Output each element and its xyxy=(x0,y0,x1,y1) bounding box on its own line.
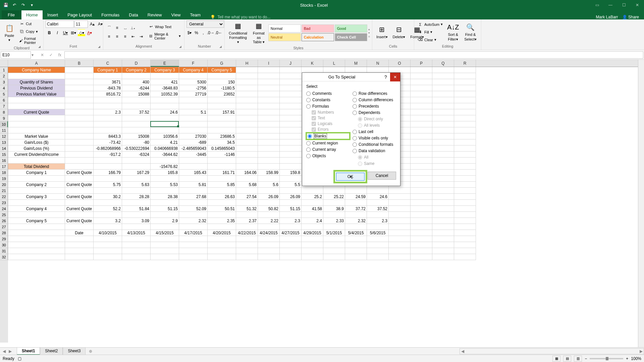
cell[interactable] xyxy=(94,236,122,242)
cell[interactable] xyxy=(258,115,280,121)
cell[interactable] xyxy=(8,224,65,230)
cell[interactable] xyxy=(258,158,280,164)
cell[interactable]: 165.43 xyxy=(179,170,208,176)
cell[interactable] xyxy=(8,254,65,260)
cell[interactable] xyxy=(179,236,208,242)
accounting-format-icon[interactable]: $▾ xyxy=(186,29,193,37)
cell[interactable] xyxy=(323,236,345,242)
clear-button[interactable]: ⌫Clear ▾ xyxy=(416,37,444,43)
cell[interactable] xyxy=(8,127,65,133)
cell[interactable] xyxy=(432,230,454,236)
cell[interactable] xyxy=(236,145,258,152)
dialog-option-current-region[interactable]: Current region xyxy=(306,140,350,146)
cell[interactable] xyxy=(367,224,389,230)
dialog-option-data-validation[interactable]: Data validation xyxy=(353,148,396,154)
cell[interactable] xyxy=(179,97,208,103)
column-header[interactable]: M xyxy=(345,60,367,67)
dialog-option-numbers[interactable]: Numbers xyxy=(312,110,350,115)
cell[interactable] xyxy=(432,67,454,73)
cell[interactable]: 2.3 xyxy=(94,109,122,115)
column-header[interactable]: K xyxy=(302,60,323,67)
cell[interactable] xyxy=(345,200,367,206)
cell[interactable] xyxy=(122,121,151,127)
cell[interactable]: Company 5 xyxy=(8,218,65,224)
cell[interactable] xyxy=(367,212,389,218)
cell[interactable] xyxy=(389,236,411,242)
cell[interactable]: -917.2 xyxy=(94,152,122,158)
cell[interactable] xyxy=(258,242,280,248)
cell[interactable] xyxy=(454,115,476,121)
cell[interactable] xyxy=(179,115,208,121)
number-dialog-launcher[interactable]: ◢ xyxy=(219,45,223,49)
format-painter-button[interactable]: 🖌Format Painter xyxy=(18,36,41,45)
column-header[interactable]: H xyxy=(236,60,258,67)
cell[interactable]: Current Quote xyxy=(65,170,94,176)
share-button[interactable]: 👤 Share xyxy=(622,15,639,19)
cell[interactable]: 24.59 xyxy=(345,194,367,200)
cell[interactable] xyxy=(454,97,476,103)
format-as-table-button[interactable]: ▦Format as Table ▾ xyxy=(250,20,267,45)
cell[interactable] xyxy=(454,242,476,248)
cell[interactable] xyxy=(280,91,302,97)
cell[interactable]: 2.33 xyxy=(323,218,345,224)
cell[interactable] xyxy=(345,254,367,260)
cell[interactable]: Company 1 xyxy=(8,170,65,176)
cell[interactable]: 5.5 xyxy=(280,182,302,188)
cell[interactable] xyxy=(236,164,258,170)
cell[interactable] xyxy=(432,73,454,79)
ribbon-options-icon[interactable]: ▭ xyxy=(592,1,602,9)
cell[interactable] xyxy=(411,103,432,109)
cell[interactable] xyxy=(8,242,65,248)
cell[interactable] xyxy=(454,224,476,230)
cell[interactable]: Previous Dividend xyxy=(8,85,65,91)
cell[interactable] xyxy=(454,103,476,109)
row-header[interactable]: 22 xyxy=(0,194,8,200)
cell[interactable] xyxy=(432,164,454,170)
cell[interactable] xyxy=(65,188,94,194)
cell[interactable] xyxy=(280,224,302,230)
cell[interactable] xyxy=(280,127,302,133)
dialog-close-icon[interactable]: ✕ xyxy=(390,73,400,81)
cell[interactable]: 5/1/2015 xyxy=(323,230,345,236)
cell[interactable] xyxy=(122,236,151,242)
cell[interactable] xyxy=(411,121,432,127)
cell[interactable]: 24.6 xyxy=(367,194,389,200)
cell[interactable] xyxy=(454,200,476,206)
cell[interactable] xyxy=(8,97,65,103)
row-header[interactable]: 24 xyxy=(0,206,8,212)
cell[interactable] xyxy=(411,206,432,212)
cell[interactable]: 5.53 xyxy=(151,182,179,188)
sheet-tab[interactable]: Sheet3 xyxy=(63,347,86,355)
cell[interactable] xyxy=(302,236,323,242)
cell[interactable]: 27030 xyxy=(179,133,208,139)
cell[interactable] xyxy=(236,91,258,97)
cell[interactable] xyxy=(179,176,208,182)
cell[interactable] xyxy=(179,73,208,79)
dialog-option-dependents[interactable]: Dependents xyxy=(353,110,396,115)
cell[interactable] xyxy=(236,115,258,121)
copy-button[interactable]: ⿻Copy ▾ xyxy=(18,28,41,35)
cell[interactable]: 2.32 xyxy=(179,218,208,224)
cell[interactable]: Company 2 xyxy=(122,67,151,73)
cell[interactable] xyxy=(280,188,302,194)
cell[interactable]: Company 4 xyxy=(179,67,208,73)
cell[interactable] xyxy=(208,176,236,182)
alignment-dialog-launcher[interactable]: ◢ xyxy=(179,45,183,49)
font-dialog-launcher[interactable]: ◢ xyxy=(98,45,102,49)
cell[interactable] xyxy=(389,254,411,260)
cell[interactable]: 2.22 xyxy=(258,218,280,224)
cell[interactable] xyxy=(151,127,179,133)
cell[interactable]: 38.9 xyxy=(323,206,345,212)
cell[interactable] xyxy=(151,121,179,127)
style-neutral[interactable]: Neutral xyxy=(268,33,301,41)
row-header[interactable]: 20 xyxy=(0,182,8,188)
cell[interactable]: 4/15/2015 xyxy=(151,230,179,236)
cell[interactable] xyxy=(208,164,236,170)
cell[interactable] xyxy=(432,218,454,224)
cell[interactable]: 4/17/2015 xyxy=(179,230,208,236)
cell[interactable] xyxy=(8,115,65,121)
cell[interactable] xyxy=(345,242,367,248)
cell[interactable] xyxy=(280,121,302,127)
cell[interactable] xyxy=(323,212,345,218)
cell[interactable]: 164.06 xyxy=(236,170,258,176)
